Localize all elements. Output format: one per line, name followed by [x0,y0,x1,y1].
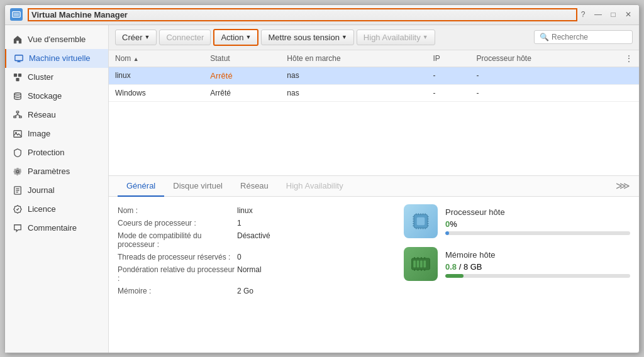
ha-button[interactable]: High Availability ▼ [357,30,435,45]
toolbar: Créer ▼ Connecter Action ▼ Mettre sous t… [109,25,639,50]
svg-rect-5 [14,73,17,76]
vm-more [619,67,639,84]
col-statut: Statut [204,50,280,67]
mettre-arrow-icon: ▼ [341,34,347,40]
vm-nom: linux [109,67,204,84]
mem-icon [404,247,438,281]
field-threads: Threads de processeur réservés : 0 [118,251,391,263]
comment-icon [13,223,23,233]
sidebar-item-parametres[interactable]: Paramètres [5,162,108,181]
tab-disque[interactable]: Disque virtuel [164,176,231,197]
svg-rect-22 [417,217,425,225]
col-hote: Hôte en marche [280,50,426,67]
vm-processeur: - [470,84,619,101]
cpu-title: Processeur hôte [445,207,630,217]
field-mode-compat: Mode de compatibilité du processeur : Dé… [118,229,391,251]
window-title: Virtual Machine Manager [28,8,577,21]
tab-general[interactable]: Général [118,176,164,197]
sidebar-label-licence: Licence [28,204,56,214]
collapse-button[interactable]: ⋙ [616,180,630,192]
action-button[interactable]: Action ▼ [213,29,258,46]
titlebar: Virtual Machine Manager ? — □ ✕ [5,5,639,25]
image-icon [13,129,23,139]
svg-rect-47 [424,260,426,267]
close-button[interactable]: ✕ [623,9,634,20]
sidebar-item-image[interactable]: Image [5,124,108,143]
sidebar-label-journal: Journal [28,185,55,195]
svg-point-8 [14,92,21,95]
vm-hote: nas [280,84,426,101]
vm-table: Nom ▲ Statut Hôte en marche IP Processeu… [109,50,639,176]
svg-rect-44 [413,260,416,267]
table-row[interactable]: linux Arrêté nas - - [109,67,639,84]
main-content: Vue d'ensemble Machine virtuelle Cluster… [5,25,639,353]
main-window: Virtual Machine Manager ? — □ ✕ Vue d'en… [4,4,640,353]
ha-arrow-icon: ▼ [423,34,428,40]
svg-rect-6 [18,73,21,76]
sidebar-item-cluster[interactable]: Cluster [5,68,108,87]
creer-arrow-icon: ▼ [145,34,150,40]
sidebar-label-cluster: Cluster [28,72,53,82]
minimize-button[interactable]: — [592,9,604,20]
cpu-info: Processeur hôte 0% [445,207,630,235]
sidebar-item-protection[interactable]: Protection [5,143,108,162]
sidebar-item-licence[interactable]: Licence [5,200,108,219]
vm-nom: Windows [109,84,204,101]
svg-line-14 [18,114,20,116]
details-area: Général Disque virtuel Réseau High Avail… [109,176,639,353]
vm-list-table: Nom ▲ Statut Hôte en marche IP Processeu… [109,50,639,102]
sidebar-label-commentaire: Commentaire [28,223,77,233]
cpu-widget: Processeur hôte 0% [404,204,630,238]
mem-value: 0.8 / 8 GB [445,262,630,272]
sidebar-item-stockage[interactable]: Stockage [5,87,108,106]
cpu-icon [404,204,438,238]
licence-icon [13,204,23,214]
vm-ip: - [426,67,470,84]
vm-statut: Arrêté [204,67,280,84]
cpu-progress-bar [445,231,630,235]
vm-more [619,84,639,101]
storage-icon [13,91,23,101]
mem-widget: Mémoire hôte 0.8 / 8 GB [404,247,630,281]
mem-title: Mémoire hôte [445,250,630,260]
details-tabs: Général Disque virtuel Réseau High Avail… [109,176,639,197]
col-nom: Nom ▲ [109,50,204,67]
sidebar-label-stockage: Stockage [28,91,62,101]
svg-rect-2 [15,55,23,60]
table-row[interactable]: Windows Arrêté nas - - [109,84,639,101]
settings-icon [13,167,23,177]
action-arrow-icon: ▼ [246,34,252,40]
mettre-button[interactable]: Mettre sous tension ▼ [261,30,353,45]
svg-line-13 [15,114,18,116]
mem-progress-fill [445,274,464,278]
sidebar-item-vue-ensemble[interactable]: Vue d'ensemble [5,30,108,49]
col-processeur: Processeur hôte [470,50,619,67]
cpu-value: 0% [445,219,630,229]
details-body: Nom : linux Coeurs de processeur : 1 Mod… [109,197,639,305]
details-widgets: Processeur hôte 0% [404,204,630,297]
vm-ip: - [426,84,470,101]
vm-hote: nas [280,67,426,84]
sidebar-item-machine-virtuelle[interactable]: Machine virtuelle [5,49,108,68]
sidebar-item-commentaire[interactable]: Commentaire [5,219,108,238]
sidebar-label-vue-ensemble: Vue d'ensemble [28,35,86,44]
tab-reseau[interactable]: Réseau [231,176,277,197]
help-button[interactable]: ? [577,9,589,20]
search-icon: 🔍 [540,33,549,41]
details-fields: Nom : linux Coeurs de processeur : 1 Mod… [118,204,391,297]
creer-button[interactable]: Créer ▼ [115,30,157,45]
sidebar-item-reseau[interactable]: Réseau [5,106,108,124]
svg-rect-10 [14,116,16,118]
tab-ha: High Availability [277,176,352,197]
search-box[interactable]: 🔍 [534,30,633,44]
sidebar-label-reseau: Réseau [28,110,56,119]
restore-button[interactable]: □ [608,9,619,20]
field-coeurs: Coeurs de processeur : 1 [118,217,391,229]
window-controls: ? — □ ✕ [577,9,634,20]
sidebar: Vue d'ensemble Machine virtuelle Cluster… [5,25,109,353]
sidebar-label-protection: Protection [28,148,65,157]
table-header-row: Nom ▲ Statut Hôte en marche IP Processeu… [109,50,639,67]
connecter-button[interactable]: Connecter [159,30,211,45]
search-input[interactable] [552,33,627,41]
sidebar-item-journal[interactable]: Journal [5,181,108,200]
